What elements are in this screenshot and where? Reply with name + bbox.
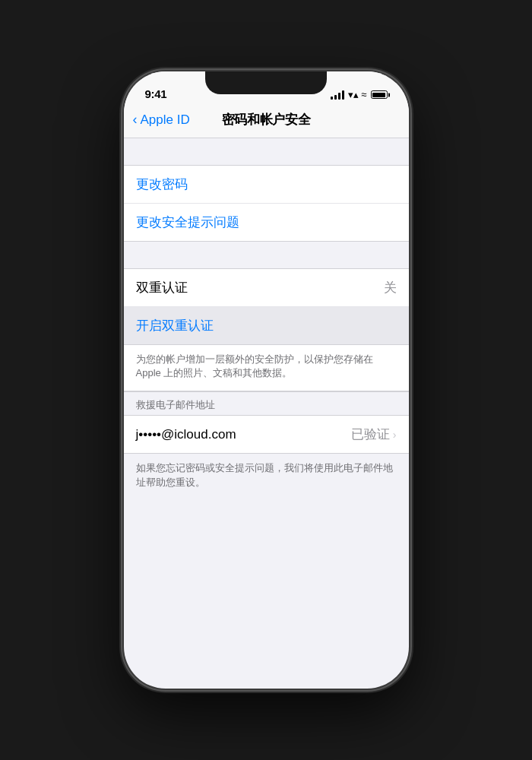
two-factor-header-row: 双重认证 关 (124, 269, 409, 307)
back-button[interactable]: ‹ Apple ID (133, 112, 190, 128)
verified-label: 已验证 (351, 426, 390, 443)
two-factor-label: 双重认证 (136, 279, 188, 296)
two-factor-status: 关 (384, 279, 397, 296)
verified-status: 已验证 › (351, 426, 397, 443)
top-gap (124, 138, 409, 165)
change-password-item[interactable]: 更改密码 (124, 166, 409, 204)
navigation-bar: ‹ Apple ID 密码和帐户安全 (124, 105, 409, 138)
enable-two-factor-row[interactable]: 开启双重认证 (124, 307, 409, 345)
chevron-left-icon: ‹ (133, 112, 138, 128)
status-time: 9:41 (145, 87, 167, 100)
rescue-email-description: 如果您忘记密码或安全提示问题，我们将使用此电子邮件地址帮助您重设。 (124, 454, 409, 499)
battery-icon (371, 90, 388, 99)
enable-two-factor-label: 开启双重认证 (136, 318, 214, 333)
rescue-email-section-header: 救援电子邮件地址 (124, 392, 409, 415)
password-security-section: 更改密码 更改安全提示问题 (124, 165, 409, 242)
two-factor-description: 为您的帐户增加一层额外的安全防护，以保护您存储在 Apple 上的照片、文稿和其… (124, 345, 409, 391)
rescue-email-row[interactable]: j•••••@icloud.com 已验证 › (124, 416, 409, 453)
mid-gap (124, 242, 409, 268)
back-label: Apple ID (141, 112, 190, 128)
content-area: 更改密码 更改安全提示问题 双重认证 关 开启双重认证 为您的帐户增加一层额外的… (124, 138, 409, 500)
chevron-right-icon: › (393, 429, 397, 441)
page-title: 密码和帐户安全 (222, 111, 311, 128)
status-icons: ▾▴ ≈ (331, 89, 388, 100)
signal-icon (331, 90, 344, 100)
phone-frame: 9:41 ▾▴ ≈ ‹ Apple ID 密码和帐户安全 (124, 71, 409, 689)
change-security-questions-label: 更改安全提示问题 (136, 214, 239, 231)
notch (205, 71, 327, 94)
two-factor-section: 双重认证 关 开启双重认证 为您的帐户增加一层额外的安全防护，以保护您存储在 A… (124, 268, 409, 392)
rescue-email-section: j•••••@icloud.com 已验证 › (124, 415, 409, 454)
rescue-email-address: j•••••@icloud.com (136, 427, 236, 442)
wifi-icon: ▾▴ ≈ (348, 89, 367, 100)
change-password-label: 更改密码 (136, 176, 188, 193)
change-security-questions-item[interactable]: 更改安全提示问题 (124, 204, 409, 241)
